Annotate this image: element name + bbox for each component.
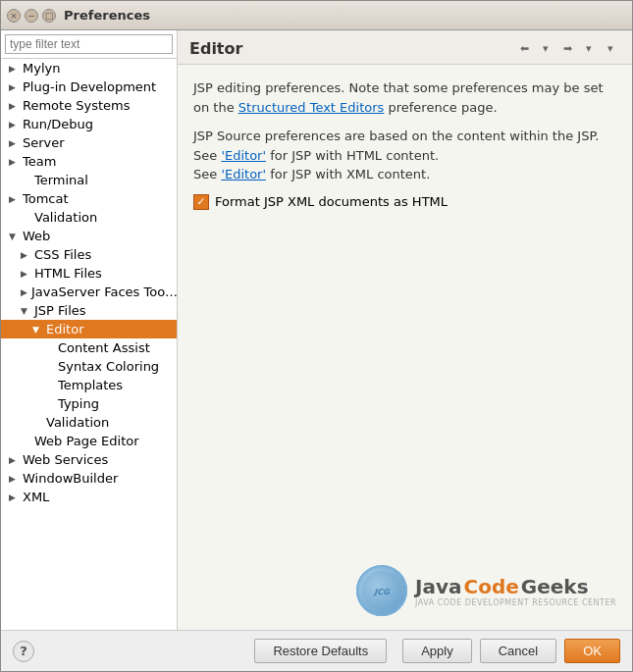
sidebar-item-web-services[interactable]: ▶ Web Services — [1, 450, 177, 469]
sidebar-item-label: HTML Files — [34, 266, 102, 281]
ok-button[interactable]: OK — [564, 639, 620, 663]
bottom-right: Restore Defaults Apply Cancel OK — [254, 639, 620, 663]
sidebar-item-remote-systems[interactable]: ▶ Remote Systems — [1, 96, 177, 115]
logo-subtitle: JAVA CODE DEVELOPMENT RESOURCE CENTER — [415, 598, 616, 607]
panel-header: Editor ⬅ ▾ ➡ ▾ ▾ — [178, 30, 632, 65]
sidebar-item-label: Validation — [46, 415, 109, 430]
checkbox-row[interactable]: Format JSP XML documents as HTML — [193, 194, 616, 210]
editor-link-html[interactable]: 'Editor' — [221, 148, 266, 163]
window-title: Preferences — [64, 8, 150, 23]
see2-pre: See — [193, 167, 221, 181]
logo-code: Code — [463, 575, 518, 598]
sidebar-item-window-builder[interactable]: ▶ WindowBuilder — [1, 469, 177, 488]
expand-arrow: ▶ — [9, 120, 19, 129]
sidebar-item-web-page-editor[interactable]: Web Page Editor — [1, 432, 177, 450]
see1-pre: See — [193, 148, 221, 163]
expand-arrow: ▶ — [9, 157, 19, 167]
expand-arrow: ▶ — [9, 492, 19, 502]
sidebar-item-team[interactable]: ▶ Team — [1, 152, 177, 171]
logo-icon: JCG — [356, 565, 407, 616]
expand-arrow: ▶ — [21, 287, 27, 297]
maximize-button[interactable]: □ — [42, 9, 56, 23]
back-button[interactable]: ⬅ — [514, 38, 534, 58]
svg-text:JCG: JCG — [373, 588, 391, 596]
expand-arrow: ▼ — [32, 325, 42, 335]
expand-arrow: ▶ — [9, 101, 19, 111]
sidebar-item-label: Validation — [34, 210, 97, 225]
sidebar-item-label: JSP Files — [34, 303, 86, 318]
close-button[interactable]: × — [7, 9, 21, 23]
sidebar-item-mylyn[interactable]: ▶ Mylyn — [1, 59, 177, 78]
sidebar-item-syntax-coloring[interactable]: Syntax Coloring — [1, 357, 177, 376]
titlebar: × − □ Preferences — [1, 1, 632, 30]
structured-text-editors-link[interactable]: Structured Text Editors — [238, 100, 385, 115]
minimize-button[interactable]: − — [25, 9, 38, 23]
sidebar-item-label: XML — [23, 490, 49, 504]
sidebar-item-label: Remote Systems — [23, 98, 131, 113]
expand-arrow: ▶ — [9, 82, 19, 92]
para1-end: preference page. — [388, 100, 497, 115]
sidebar-item-label: Templates — [58, 378, 123, 392]
sidebar-item-terminal[interactable]: Terminal — [1, 171, 177, 189]
expand-arrow: ▶ — [9, 194, 19, 204]
panel-body: JSP editing preferences. Note that some … — [178, 65, 632, 630]
forward-dropdown[interactable]: ▾ — [579, 38, 599, 58]
cancel-button[interactable]: Cancel — [480, 639, 556, 663]
sidebar-item-label: WindowBuilder — [23, 471, 118, 486]
sidebar-item-label: Web — [23, 229, 50, 243]
sidebar-item-editor[interactable]: ▼ Editor — [1, 320, 177, 338]
help-button[interactable]: ? — [13, 641, 34, 662]
logo-text-container: Java Code Geeks JAVA CODE DEVELOPMENT RE… — [415, 575, 616, 607]
restore-defaults-button[interactable]: Restore Defaults — [254, 639, 387, 663]
sidebar-item-xml[interactable]: ▶ XML — [1, 488, 177, 506]
expand-arrow: ▶ — [21, 250, 30, 260]
logo-area: JCG Java Code Geeks JAVA CODE DEVELOPMEN… — [356, 565, 616, 616]
logo-brand: Java Code Geeks — [415, 575, 616, 598]
sidebar-item-javaserver-faces[interactable]: ▶ JavaServer Faces Too… — [1, 283, 177, 301]
panel-title: Editor — [189, 39, 242, 58]
sidebar-item-web[interactable]: ▼ Web — [1, 227, 177, 245]
bottom-left: ? — [13, 641, 34, 662]
main-panel: Editor ⬅ ▾ ➡ ▾ ▾ JSP editing preferences… — [178, 30, 632, 630]
sidebar-item-label: CSS Files — [34, 247, 91, 262]
sidebar-item-tomcat[interactable]: ▶ Tomcat — [1, 189, 177, 208]
sidebar-item-run-debug[interactable]: ▶ Run/Debug — [1, 115, 177, 133]
checkbox-label: Format JSP XML documents as HTML — [215, 194, 448, 209]
description-para1: JSP editing preferences. Note that some … — [193, 78, 616, 117]
see2-post: for JSP with XML content. — [266, 167, 430, 181]
expand-arrow: ▼ — [21, 306, 30, 316]
expand-arrow: ▶ — [9, 138, 19, 148]
format-jsp-checkbox[interactable] — [193, 194, 209, 210]
sidebar-item-content-assist[interactable]: Content Assist — [1, 338, 177, 357]
sidebar-item-label: Team — [23, 154, 56, 169]
see1-post: for JSP with HTML content. — [266, 148, 439, 163]
sidebar-item-validation[interactable]: Validation — [1, 208, 177, 227]
sidebar-item-label: Server — [23, 135, 65, 150]
main-content: ▶ Mylyn ▶ Plug-in Development ▶ Remote S… — [1, 30, 632, 630]
sidebar-item-label: Web Services — [23, 452, 108, 467]
sidebar-item-typing[interactable]: Typing — [1, 394, 177, 413]
sidebar-item-css-files[interactable]: ▶ CSS Files — [1, 245, 177, 264]
logo-java: Java — [415, 575, 461, 598]
sidebar-item-label: Editor — [46, 322, 83, 336]
editor-link-xml[interactable]: 'Editor' — [221, 167, 266, 181]
filter-input[interactable] — [5, 34, 173, 54]
para2-text: JSP Source preferences are based on the … — [193, 129, 599, 143]
apply-button[interactable]: Apply — [402, 639, 472, 663]
sidebar-item-label: Syntax Coloring — [58, 359, 159, 374]
sidebar-item-jsp-files[interactable]: ▼ JSP Files — [1, 301, 177, 320]
back-dropdown[interactable]: ▾ — [536, 38, 555, 58]
expand-arrow: ▶ — [21, 269, 30, 279]
sidebar-item-plugin-dev[interactable]: ▶ Plug-in Development — [1, 78, 177, 96]
forward-button[interactable]: ➡ — [557, 38, 577, 58]
description-para2: JSP Source preferences are based on the … — [193, 127, 616, 184]
sidebar-item-server[interactable]: ▶ Server — [1, 133, 177, 152]
expand-arrow: ▶ — [9, 64, 19, 74]
menu-button[interactable]: ▾ — [601, 38, 620, 58]
sidebar-item-jsp-validation[interactable]: Validation — [1, 413, 177, 432]
sidebar-item-label: Terminal — [34, 173, 88, 187]
sidebar-item-label: Typing — [58, 396, 99, 411]
preferences-window: × − □ Preferences ▶ Mylyn ▶ Plug-in Deve… — [0, 0, 633, 672]
sidebar-item-html-files[interactable]: ▶ HTML Files — [1, 264, 177, 283]
sidebar-item-templates[interactable]: Templates — [1, 376, 177, 394]
